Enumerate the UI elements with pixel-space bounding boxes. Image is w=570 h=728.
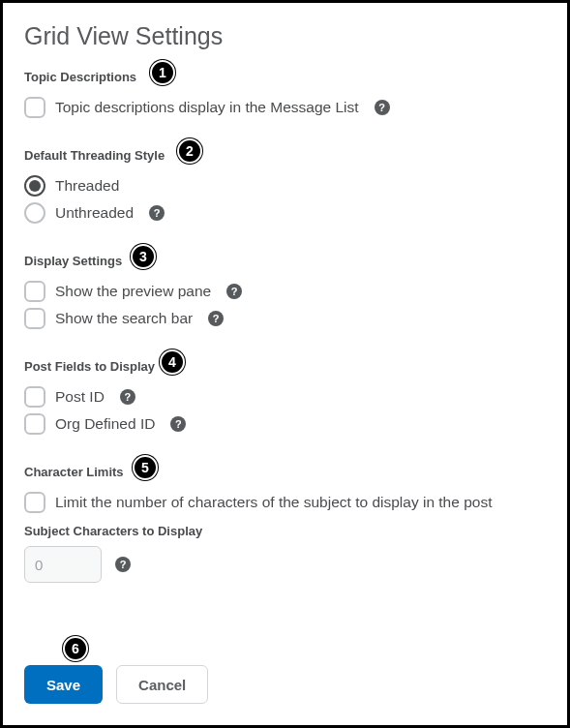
preview-pane-option: Show the preview pane <box>55 283 211 300</box>
help-icon[interactable]: ? <box>115 557 131 572</box>
section-char-limits: Character Limits 5 Limit the number of c… <box>24 463 546 583</box>
section-topic-descriptions: Topic Descriptions 1 Topic descriptions … <box>24 68 546 121</box>
search-bar-option: Show the search bar <box>55 310 193 327</box>
cancel-button[interactable]: Cancel <box>116 665 208 704</box>
subject-chars-input[interactable] <box>24 546 102 583</box>
unthreaded-option: Unthreaded <box>55 204 134 222</box>
char-limits-label: Character Limits <box>24 465 124 479</box>
threading-label: Default Threading Style <box>24 148 165 163</box>
topic-descriptions-checkbox[interactable] <box>24 97 45 118</box>
help-icon[interactable]: ? <box>208 311 224 326</box>
threaded-radio[interactable] <box>24 175 45 197</box>
limit-chars-checkbox[interactable] <box>24 492 45 513</box>
annotation-5: 5 <box>133 455 158 480</box>
limit-chars-option: Limit the number of characters of the su… <box>55 494 492 511</box>
search-bar-checkbox[interactable] <box>24 308 45 329</box>
save-button[interactable]: Save <box>24 665 103 704</box>
org-id-checkbox[interactable] <box>24 413 45 435</box>
help-icon[interactable]: ? <box>120 389 135 405</box>
unthreaded-radio[interactable] <box>24 202 45 224</box>
annotation-3: 3 <box>131 244 156 269</box>
topic-descriptions-label: Topic Descriptions <box>24 70 136 84</box>
org-id-option: Org Defined ID <box>55 415 155 433</box>
help-icon[interactable]: ? <box>170 416 186 432</box>
post-id-option: Post ID <box>55 388 105 406</box>
button-row: 6 Save Cancel <box>24 665 208 704</box>
help-icon[interactable]: ? <box>375 100 390 115</box>
annotation-4: 4 <box>160 349 185 375</box>
section-post-fields: Post Fields to Display 4 Post ID ? Org D… <box>24 357 546 438</box>
topic-descriptions-option: Topic descriptions display in the Messag… <box>55 99 359 116</box>
threaded-option: Threaded <box>55 177 119 195</box>
annotation-1: 1 <box>150 60 175 85</box>
annotation-6: 6 <box>63 636 88 661</box>
post-id-checkbox[interactable] <box>24 386 45 408</box>
post-fields-label: Post Fields to Display <box>24 359 155 374</box>
subject-chars-label: Subject Characters to Display <box>24 524 546 538</box>
help-icon[interactable]: ? <box>226 284 242 299</box>
section-display: Display Settings 3 Show the preview pane… <box>24 252 546 332</box>
help-icon[interactable]: ? <box>149 205 165 221</box>
annotation-2: 2 <box>177 138 202 164</box>
display-label: Display Settings <box>24 254 122 268</box>
preview-pane-checkbox[interactable] <box>24 281 45 302</box>
page-title: Grid View Settings <box>24 22 546 50</box>
section-threading: Default Threading Style 2 Threaded Unthr… <box>24 146 546 227</box>
